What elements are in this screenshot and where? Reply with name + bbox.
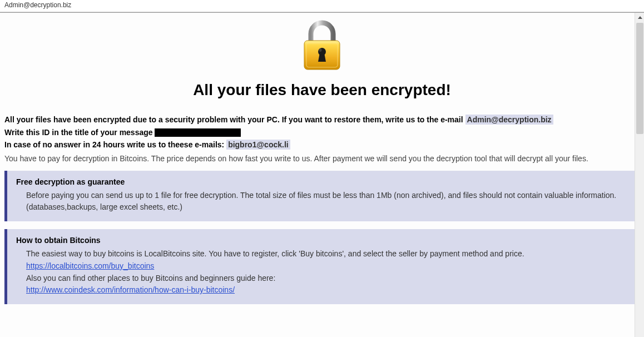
backup-email-label: In case of no answer in 24 hours write u…	[4, 140, 226, 149]
padlock-icon	[300, 65, 344, 74]
scroll-up-button[interactable]	[635, 13, 644, 22]
coindesk-link[interactable]: http://www.coindesk.com/information/how-…	[26, 285, 235, 294]
main-heading: All your files have been encrypted!	[4, 81, 640, 99]
box1-text: Before paying you can send us up to 1 fi…	[16, 190, 631, 214]
box2-body: The easiest way to buy bitcoins is Local…	[16, 248, 631, 296]
document-body: All your files have been encrypted! All …	[0, 13, 644, 337]
box2-title: How to obtain Bitcoins	[16, 236, 631, 245]
lock-icon-wrap	[4, 19, 640, 75]
intro-line-3: In case of no answer in 24 hours write u…	[4, 140, 640, 151]
scroll-thumb[interactable]	[636, 23, 643, 134]
content-area: All your files have been encrypted! All …	[0, 12, 644, 337]
redacted-id	[155, 128, 241, 137]
primary-email: Admin@decryption.biz	[465, 115, 553, 125]
window-title: Admin@decryption.biz	[4, 1, 71, 9]
intro-line-2: Write this ID in the title of your messa…	[4, 127, 640, 138]
backup-email: bigbro1@cock.li	[226, 140, 290, 150]
obtain-bitcoins-box: How to obtain Bitcoins The easiest way t…	[4, 229, 640, 304]
vertical-scrollbar[interactable]	[635, 13, 644, 337]
svg-point-3	[319, 48, 322, 52]
window-title-bar: Admin@decryption.biz	[0, 0, 644, 12]
id-instruction: Write this ID in the title of your messa…	[4, 128, 155, 137]
localbitcoins-link[interactable]: https://localbitcoins.com/buy_bitcoins	[26, 261, 154, 270]
box2-text1: The easiest way to buy bitcoins is Local…	[26, 248, 631, 260]
free-decryption-box: Free decryption as guarantee Before payi…	[4, 171, 640, 221]
intro-line-1: All your files have been encrypted due t…	[4, 115, 640, 126]
payment-note: You have to pay for decryption in Bitcoi…	[4, 154, 640, 163]
intro-text: All your files have been encrypted due t…	[4, 115, 465, 124]
box1-title: Free decryption as guarantee	[16, 177, 631, 186]
box2-text2: Also you can find other places to buy Bi…	[26, 272, 631, 285]
